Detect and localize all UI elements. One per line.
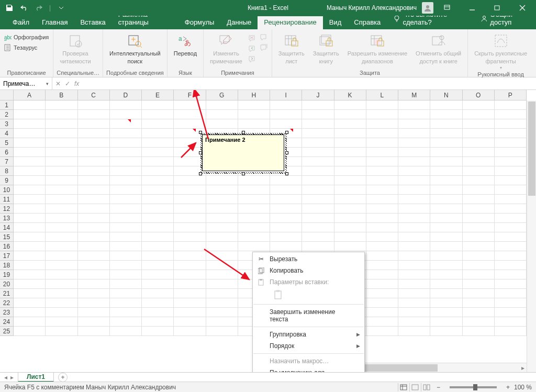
normal-view-button[interactable]: [398, 383, 409, 391]
ctx-end-text-edit[interactable]: Завершить изменение текста: [253, 306, 364, 325]
cell[interactable]: [334, 242, 366, 251]
spelling-button[interactable]: abcОрфография: [3, 32, 50, 42]
cell[interactable]: [463, 138, 495, 148]
cell[interactable]: [14, 270, 46, 279]
cell[interactable]: [302, 176, 334, 185]
cell[interactable]: [78, 166, 110, 176]
cell[interactable]: [495, 232, 527, 242]
cell[interactable]: [495, 176, 527, 185]
cell[interactable]: [398, 119, 430, 129]
cell[interactable]: [110, 185, 142, 195]
cell[interactable]: [110, 195, 142, 204]
row-header[interactable]: 18: [0, 261, 14, 270]
undo-button[interactable]: [18, 2, 30, 14]
column-header[interactable]: H: [238, 90, 270, 100]
cell[interactable]: [366, 166, 398, 176]
cell[interactable]: [366, 232, 398, 242]
cell[interactable]: [14, 279, 46, 289]
cell[interactable]: [366, 317, 398, 327]
cell[interactable]: [78, 148, 110, 157]
cell[interactable]: [14, 232, 46, 242]
cell[interactable]: [334, 214, 366, 223]
cell[interactable]: [142, 129, 174, 138]
cell[interactable]: [142, 270, 174, 279]
cell[interactable]: [78, 129, 110, 138]
cell[interactable]: [334, 185, 366, 195]
cell[interactable]: [366, 308, 398, 317]
cell[interactable]: [46, 157, 77, 166]
cell[interactable]: [206, 317, 238, 327]
new-sheet-button[interactable]: +: [58, 373, 68, 382]
cell[interactable]: [398, 317, 430, 327]
cell[interactable]: [14, 185, 46, 195]
cell[interactable]: [14, 176, 46, 185]
row-header[interactable]: 5: [0, 138, 14, 148]
cell[interactable]: [270, 100, 302, 110]
cell[interactable]: [174, 317, 206, 327]
cell[interactable]: [110, 261, 142, 270]
cell[interactable]: [238, 204, 270, 214]
cell[interactable]: [398, 289, 430, 298]
cell[interactable]: [142, 185, 174, 195]
cell[interactable]: [46, 289, 77, 298]
column-header[interactable]: J: [302, 90, 334, 100]
cell[interactable]: [206, 327, 238, 336]
cell[interactable]: [366, 327, 398, 336]
cell[interactable]: [78, 204, 110, 214]
cell[interactable]: [206, 185, 238, 195]
cell[interactable]: [463, 129, 495, 138]
next-comment-button[interactable]: [248, 54, 257, 64]
cell[interactable]: [302, 214, 334, 223]
cell[interactable]: [14, 195, 46, 204]
cell[interactable]: [142, 148, 174, 157]
row-header[interactable]: 6: [0, 148, 14, 157]
cell[interactable]: [495, 204, 527, 214]
cell[interactable]: [302, 195, 334, 204]
cell[interactable]: [14, 129, 46, 138]
vertical-scrollbar[interactable]: [527, 100, 536, 372]
cell[interactable]: [110, 270, 142, 279]
show-all-comments-button[interactable]: [259, 43, 269, 52]
cell[interactable]: [78, 195, 110, 204]
cell[interactable]: [46, 242, 77, 251]
cell[interactable]: [174, 232, 206, 242]
cell[interactable]: [238, 100, 270, 110]
unshare-workbook-button[interactable]: Отменить общийдоступ к книге: [412, 30, 464, 64]
cell[interactable]: [206, 308, 238, 317]
cell[interactable]: [142, 232, 174, 242]
cell[interactable]: [238, 110, 270, 119]
cell[interactable]: [78, 176, 110, 185]
cell[interactable]: [110, 166, 142, 176]
cell[interactable]: [78, 100, 110, 110]
cell[interactable]: [14, 119, 46, 129]
tab-data[interactable]: Данные: [220, 16, 258, 29]
row-header[interactable]: 11: [0, 195, 14, 204]
cell[interactable]: [302, 166, 334, 176]
column-header[interactable]: P: [495, 90, 527, 100]
redo-button[interactable]: [32, 2, 45, 14]
cell[interactable]: [110, 129, 142, 138]
cell[interactable]: [206, 204, 238, 214]
cell[interactable]: [430, 232, 462, 242]
cell[interactable]: [270, 185, 302, 195]
cell[interactable]: [398, 298, 430, 308]
cell[interactable]: [142, 251, 174, 261]
scroll-thumb[interactable]: [528, 102, 535, 196]
cell[interactable]: [366, 110, 398, 119]
save-button[interactable]: [3, 2, 16, 14]
column-header[interactable]: C: [78, 90, 110, 100]
cell[interactable]: [463, 327, 495, 336]
cell[interactable]: [46, 185, 77, 195]
protect-workbook-button[interactable]: Защититькнигу: [310, 30, 342, 64]
cell[interactable]: [174, 214, 206, 223]
cell[interactable]: [78, 251, 110, 261]
cell[interactable]: [110, 279, 142, 289]
cell[interactable]: [463, 148, 495, 157]
sheet-tab[interactable]: Лист1: [18, 373, 54, 382]
cell[interactable]: [463, 166, 495, 176]
cell[interactable]: [14, 166, 46, 176]
cell[interactable]: [366, 185, 398, 195]
cell[interactable]: [110, 289, 142, 298]
cell[interactable]: [46, 138, 77, 148]
cell[interactable]: [206, 298, 238, 308]
